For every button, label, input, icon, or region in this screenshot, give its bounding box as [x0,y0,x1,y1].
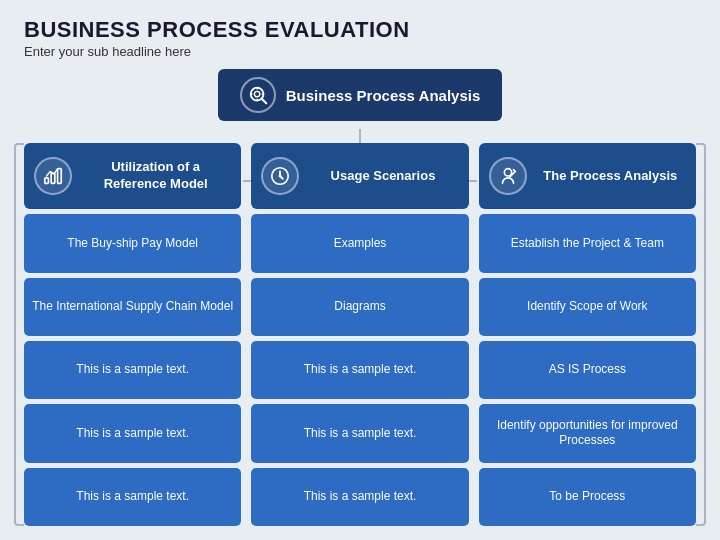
col-2-item-4[interactable]: This is a sample text. [251,404,468,462]
col-3-item-1[interactable]: Establish the Project & Team [479,214,696,272]
col-2-item-1[interactable]: Examples [251,214,468,272]
col-header-text-2: Usage Scenarios [307,168,458,185]
col-header-1: Utilization of a Reference Model [24,143,241,209]
col-header-text-3: The Process Analysis [535,168,686,185]
col-3-item-5[interactable]: To be Process [479,468,696,526]
svg-rect-7 [45,178,49,184]
col-header-text-1: Utilization of a Reference Model [80,159,231,193]
col-header-3: The Process Analysis [479,143,696,209]
col-1-item-2[interactable]: The International Supply Chain Model [24,278,241,336]
col-header-2: Usage Scenarios [251,143,468,209]
svg-point-12 [504,169,511,176]
col-1-item-5[interactable]: This is a sample text. [24,468,241,526]
page-subtitle: Enter your sub headline here [24,44,696,59]
svg-rect-9 [58,169,62,184]
top-box-label: Business Process Analysis [286,87,481,104]
col-header-icon-3 [489,157,527,195]
col-3-item-3[interactable]: AS IS Process [479,341,696,399]
col-1-item-4[interactable]: This is a sample text. [24,404,241,462]
col-header-icon-1 [34,157,72,195]
svg-point-2 [254,92,260,98]
column-2: Usage Scenarios ExamplesDiagramsThis is … [251,143,468,526]
svg-point-11 [279,175,282,178]
column-3: The Process Analysis Establish the Proje… [479,143,696,526]
col-3-item-2[interactable]: Identify Scope of Work [479,278,696,336]
col-1-item-3[interactable]: This is a sample text. [24,341,241,399]
top-box: Business Process Analysis [218,69,503,121]
col-1-item-1[interactable]: The Buy-ship Pay Model [24,214,241,272]
col-header-icon-2 [261,157,299,195]
col-2-item-5[interactable]: This is a sample text. [251,468,468,526]
col-2-item-2[interactable]: Diagrams [251,278,468,336]
col-3-item-4[interactable]: Identify opportunities for improved Proc… [479,404,696,462]
page-title: BUSINESS PROCESS EVALUATION [24,18,696,42]
svg-line-1 [261,99,266,104]
col-2-item-3[interactable]: This is a sample text. [251,341,468,399]
top-box-icon [240,77,276,113]
column-1: Utilization of a Reference Model The Buy… [24,143,241,526]
